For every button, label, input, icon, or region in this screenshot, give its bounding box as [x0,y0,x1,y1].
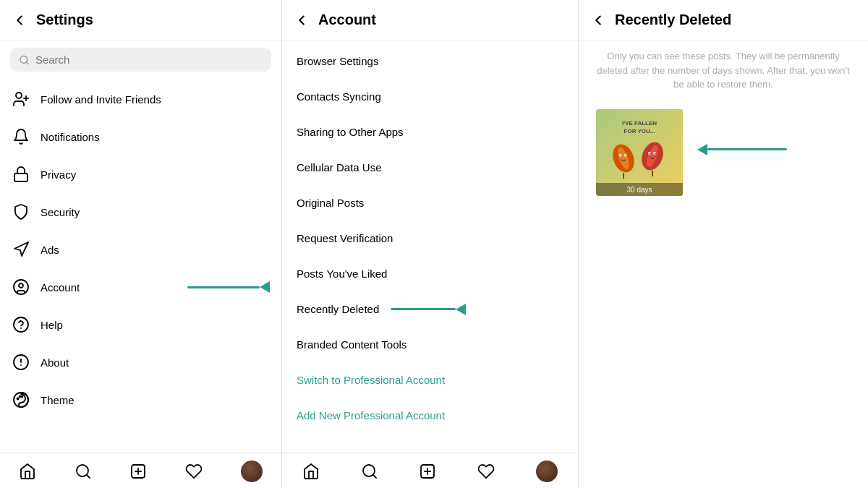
account-arrow [187,281,270,293]
svg-point-2 [16,93,22,98]
sharing-item[interactable]: Sharing to Other Apps [282,114,578,150]
request-verification-item[interactable]: Request Verification [282,221,578,256]
add-professional-label: Add New Professional Account [297,409,445,421]
person-circle-icon [12,278,30,296]
original-posts-label: Original Posts [297,197,364,209]
nav-item-help[interactable]: Help [0,306,281,343]
original-posts-item[interactable]: Original Posts [282,185,578,221]
nav-item-account[interactable]: Account [0,268,281,306]
svg-line-23 [373,475,376,478]
svg-point-14 [17,398,19,400]
home-icon-mid[interactable] [302,463,320,480]
svg-text:FOR YOU...: FOR YOU... [624,128,655,134]
branded-content-label: Branded Content Tools [297,338,407,351]
posts-liked-label: Posts You've Liked [297,267,387,280]
svg-point-16 [22,396,23,398]
posts-liked-item[interactable]: Posts You've Liked [282,256,578,291]
svg-line-1 [26,61,28,64]
recently-deleted-panel: Recently Deleted Only you can see these … [579,0,868,488]
help-label: Help [41,319,270,331]
search-input[interactable] [35,53,263,66]
rd-right-arrow [697,144,787,155]
nav-item-follow[interactable]: Follow and Invite Friends [0,80,281,118]
heart-icon[interactable] [185,463,203,480]
svg-rect-5 [14,174,27,181]
heart-icon-mid[interactable] [477,463,495,480]
svg-point-42 [655,153,656,154]
rd-back-icon[interactable] [590,12,606,28]
avatar-left[interactable] [241,461,263,482]
lock-icon [12,165,30,184]
svg-point-34 [621,155,622,156]
search-bar[interactable] [10,48,271,72]
cellular-item[interactable]: Cellular Data Use [282,150,578,185]
plus-icon[interactable] [129,463,147,480]
account-panel: Account Browser Settings Contacts Syncin… [282,0,579,488]
recently-deleted-arrow [391,304,466,315]
svg-text:30 days: 30 days [626,186,652,194]
mid-bottom-bar [282,453,578,488]
search-bottom-icon-mid[interactable] [361,463,378,480]
info-circle-icon [12,353,30,372]
add-professional-item[interactable]: Add New Professional Account [282,398,578,433]
bell-icon [12,127,30,146]
post-thumbnail[interactable]: I'VE FALLEN FOR YOU... [596,109,683,196]
svg-point-6 [14,280,28,294]
search-icon [19,54,30,66]
account-back-icon[interactable] [294,12,310,28]
account-label: Account [41,281,166,294]
theme-label: Theme [41,394,270,406]
rd-info-text: Only you can see these posts. They will … [579,40,868,103]
sharing-label: Sharing to Other Apps [297,126,404,138]
about-label: About [41,356,270,369]
privacy-label: Privacy [41,168,270,181]
rd-header: Recently Deleted [579,0,868,40]
security-label: Security [41,206,270,218]
nav-item-security[interactable]: Security [0,193,281,231]
back-icon[interactable] [12,12,27,28]
settings-header: Settings [0,0,281,40]
switch-professional-item[interactable]: Switch to Professional Account [282,362,578,398]
contacts-syncing-label: Contacts Syncing [297,90,381,103]
account-menu-list: Browser Settings Contacts Syncing Sharin… [282,40,578,453]
home-icon[interactable] [19,463,36,480]
megaphone-icon [12,240,30,259]
nav-item-about[interactable]: About [0,343,281,381]
left-bottom-bar [0,453,281,488]
svg-line-18 [87,475,90,478]
svg-point-15 [20,396,21,398]
settings-nav: Follow and Invite Friends Notifications … [0,76,281,453]
person-plus-icon [12,90,30,108]
settings-title: Settings [36,12,93,28]
plus-icon-mid[interactable] [419,463,436,480]
rd-title: Recently Deleted [615,12,731,28]
contacts-syncing-item[interactable]: Contacts Syncing [282,79,578,114]
ads-label: Ads [41,244,270,256]
avatar-mid[interactable] [536,461,558,482]
nav-item-theme[interactable]: Theme [0,381,281,419]
browser-settings-item[interactable]: Browser Settings [282,43,578,79]
cellular-label: Cellular Data Use [297,161,382,174]
settings-panel: Settings Follow and Invite Friends [0,0,282,488]
svg-point-8 [14,317,28,332]
palette-icon [12,390,30,409]
account-title: Account [318,12,376,28]
svg-text:I'VE FALLEN: I'VE FALLEN [622,120,657,127]
branded-content-item[interactable]: Branded Content Tools [282,327,578,362]
help-circle-icon [12,315,30,334]
svg-point-7 [19,283,23,288]
shield-icon [12,202,30,221]
recently-deleted-item[interactable]: Recently Deleted [282,291,578,327]
switch-professional-label: Switch to Professional Account [297,374,445,386]
search-bottom-icon[interactable] [75,463,92,480]
svg-point-35 [626,155,627,156]
nav-item-ads[interactable]: Ads [0,231,281,268]
notifications-label: Notifications [41,131,270,143]
nav-item-notifications[interactable]: Notifications [0,118,281,155]
nav-item-privacy[interactable]: Privacy [0,155,281,193]
recently-deleted-label: Recently Deleted [297,303,379,315]
follow-label: Follow and Invite Friends [41,93,270,106]
post-image: I'VE FALLEN FOR YOU... [596,109,683,196]
rd-content-area: I'VE FALLEN FOR YOU... [579,103,868,489]
account-header: Account [282,0,578,40]
